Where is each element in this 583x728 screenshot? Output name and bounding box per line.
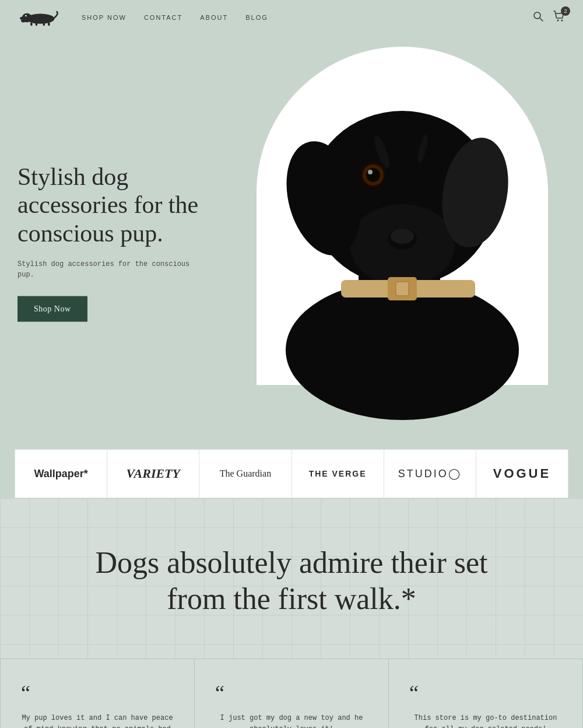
svg-point-11 [557,19,559,21]
svg-rect-5 [48,22,50,26]
press-bar: Wallpaper* VARIETY The Guardian THE VERG… [15,449,568,498]
dog-illustration [230,47,574,449]
nav-icons: 2 [532,10,566,26]
quote-mark-3: “ [409,682,562,704]
press-variety: VARIETY [107,450,199,498]
nav-links: SHOP NOW CONTACT ABOUT BLOG [82,14,532,21]
logo-icon [17,9,58,26]
press-studio: STUDIO◯ [384,450,476,498]
section-headline: Dogs absolutely admire their set from th… [87,545,496,618]
press-vogue: VOGUE [476,450,568,498]
navigation: SHOP NOW CONTACT ABOUT BLOG 2 [0,0,583,35]
nav-about[interactable]: ABOUT [200,14,228,21]
guardian-logo: The Guardian [220,468,271,479]
svg-point-22 [368,170,373,174]
hero-content: Stylish dog accessories for the consciou… [17,163,204,322]
testimonial-text-2: I just got my dog a new toy and he absol… [215,713,368,728]
studio-logo: STUDIO◯ [398,467,462,480]
hero-subtext: Stylish dog accessories for the consciou… [17,258,204,279]
nav-blog[interactable]: BLOG [245,14,268,21]
verge-logo: THE VERGE [309,469,367,478]
nav-contact[interactable]: CONTACT [144,14,182,21]
testimonial-cards: “ My pup loves it and I can have peace o… [0,659,583,728]
quote-mark-1: “ [21,682,174,704]
svg-point-8 [20,17,24,20]
svg-rect-25 [396,282,409,296]
press-guardian: The Guardian [199,450,292,498]
testimonial-card-2: “ I just got my dog a new toy and he abs… [195,659,389,728]
hero-headline: Stylish dog accessories for the consciou… [17,163,204,247]
svg-rect-3 [36,22,37,26]
wallpaper-logo: Wallpaper* [34,468,87,480]
search-button[interactable] [532,10,544,25]
svg-point-29 [391,229,414,244]
svg-point-7 [25,15,27,17]
variety-logo: VARIETY [127,466,181,481]
svg-point-12 [561,19,563,21]
svg-point-21 [366,168,380,182]
press-wallpaper: Wallpaper* [15,450,107,498]
hero-image [222,35,583,449]
quote-mark-2: “ [215,682,368,704]
testimonial-card-1: “ My pup loves it and I can have peace o… [0,659,195,728]
shop-now-button[interactable]: Shop Now [17,296,87,321]
testimonial-card-3: “ This store is my go-to destination for… [389,659,583,728]
hero-section: Stylish dog accessories for the consciou… [0,35,583,449]
svg-rect-4 [43,22,45,26]
cart-badge: 2 [561,6,570,16]
search-icon [532,10,544,22]
testimonial-section: Dogs absolutely admire their set from th… [0,498,583,728]
cart-button[interactable]: 2 [553,10,566,26]
svg-point-9 [534,12,540,19]
testimonial-text-1: My pup loves it and I can have peace of … [21,713,174,728]
svg-rect-2 [30,22,32,26]
press-verge: THE VERGE [292,450,384,498]
testimonial-text-3: This store is my go-to destination for a… [409,713,562,728]
site-logo[interactable] [17,9,58,26]
vogue-logo: VOGUE [493,466,551,481]
svg-line-10 [540,18,543,21]
nav-shop-now[interactable]: SHOP NOW [82,14,127,21]
